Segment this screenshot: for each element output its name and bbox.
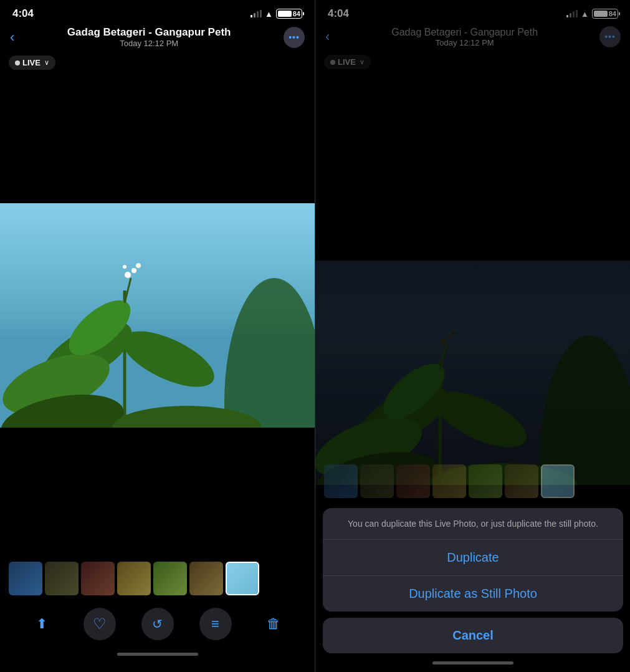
live-dot-left xyxy=(15,60,20,65)
plant-photo-left xyxy=(0,203,315,428)
duplicate-button[interactable]: Duplicate xyxy=(323,540,623,576)
duplicate-still-button[interactable]: Duplicate as Still Photo xyxy=(323,576,623,612)
nav-bar-left: ‹ Gadag Betageri - Gangapur Peth Today 1… xyxy=(0,22,315,52)
thumbnail-7[interactable] xyxy=(226,562,259,595)
thumbnails-right xyxy=(315,459,630,503)
action-sheet-overlay: You can duplicate this Live Photo, or ju… xyxy=(315,0,630,672)
photo-area-left xyxy=(0,74,315,557)
battery-left: 84 xyxy=(276,9,302,19)
svg-point-9 xyxy=(123,265,126,269)
thumb-r-4 xyxy=(432,464,466,498)
adjust-button[interactable]: ≡ xyxy=(199,608,232,640)
plant-illustration-left xyxy=(0,216,315,428)
thumbnails-left xyxy=(0,557,315,600)
thumbnail-4[interactable] xyxy=(117,562,151,595)
thumbnail-3[interactable] xyxy=(81,562,115,595)
home-indicator-right xyxy=(315,656,630,667)
thumb-r-5 xyxy=(469,464,502,498)
thumbnail-6[interactable] xyxy=(189,562,223,595)
delete-button[interactable]: 🗑 xyxy=(257,608,290,640)
right-panel: 4:04 ▲ 84 ‹ Gadag Betageri - Gangapur Pe… xyxy=(315,0,630,672)
svg-point-7 xyxy=(131,268,136,273)
chevron-down-icon-left: ∨ xyxy=(44,59,49,67)
back-button-left[interactable]: ‹ xyxy=(10,29,14,46)
left-panel: 4:04 ▲ 84 ‹ Gadag Betageri - Gangapur Pe… xyxy=(0,0,315,672)
share-button[interactable]: ⬆ xyxy=(26,608,58,640)
share-icon: ⬆ xyxy=(36,616,47,632)
heart-button[interactable]: ♡ xyxy=(84,608,116,640)
adjust-icon: ≡ xyxy=(211,616,219,632)
toolbar-left: ⬆ ♡ ↺ ≡ 🗑 xyxy=(0,600,315,648)
thumb-r-2 xyxy=(360,464,394,498)
action-sheet: You can duplicate this Live Photo, or ju… xyxy=(323,508,623,612)
svg-point-10 xyxy=(224,278,315,428)
svg-point-8 xyxy=(136,263,141,268)
thumb-r-7 xyxy=(541,464,575,498)
more-button-left[interactable]: ••• xyxy=(284,27,305,48)
heart-icon: ♡ xyxy=(93,615,107,633)
action-sheet-message: You can duplicate this Live Photo, or ju… xyxy=(323,508,623,540)
svg-point-6 xyxy=(125,272,131,278)
wifi-icon-left: ▲ xyxy=(265,9,273,19)
thumbnail-2[interactable] xyxy=(45,562,79,595)
info-button[interactable]: ↺ xyxy=(141,608,174,640)
action-sheet-container: You can duplicate this Live Photo, or ju… xyxy=(315,503,630,672)
time-left: 4:04 xyxy=(12,7,34,20)
home-bar-left xyxy=(117,653,198,656)
status-icons-left: ▲ 84 xyxy=(251,9,302,19)
home-indicator-left xyxy=(0,648,315,658)
live-text-left: LIVE xyxy=(22,58,41,67)
status-bar-left: 4:04 ▲ 84 xyxy=(0,0,315,22)
thumbnail-1[interactable] xyxy=(9,562,42,595)
cancel-button[interactable]: Cancel xyxy=(323,618,623,653)
live-badge-left[interactable]: LIVE ∨ xyxy=(9,55,55,70)
thumb-r-6 xyxy=(505,464,538,498)
bottom-section-left: ⬆ ♡ ↺ ≡ 🗑 xyxy=(0,557,315,672)
info-icon: ↺ xyxy=(152,617,163,631)
thumb-r-1 xyxy=(324,464,358,498)
nav-title-left: Gadag Betageri - Gangapur Peth Today 12:… xyxy=(14,26,284,48)
trash-icon: 🗑 xyxy=(267,616,280,632)
home-bar-right xyxy=(432,661,513,665)
thumb-r-3 xyxy=(396,464,430,498)
signal-icon-left xyxy=(251,10,262,17)
thumbnail-5[interactable] xyxy=(153,562,187,595)
